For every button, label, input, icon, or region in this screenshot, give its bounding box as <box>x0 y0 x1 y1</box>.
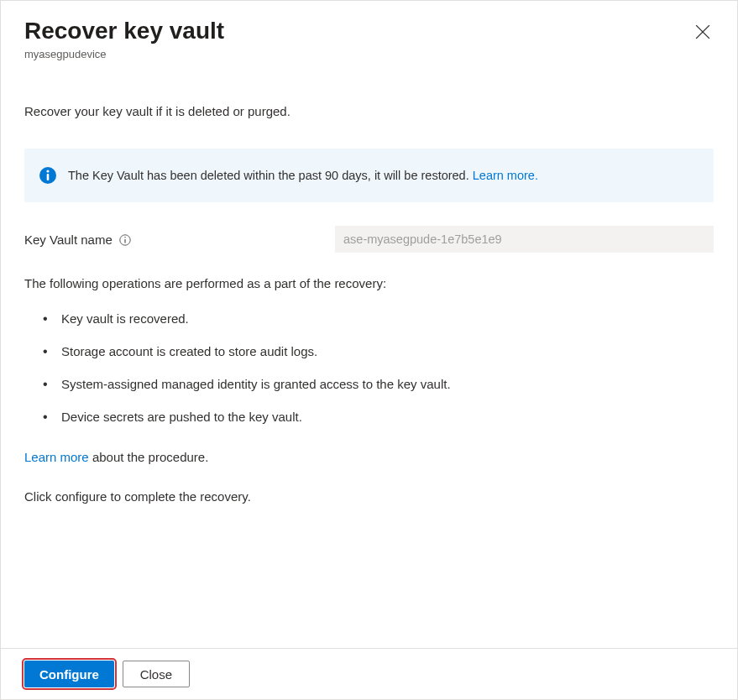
operations-list: Key vault is recovered. Storage account … <box>24 302 714 433</box>
recover-key-vault-panel: Recover key vault myasegpudevice Recover… <box>0 0 738 700</box>
key-vault-name-label: Key Vault name <box>24 232 113 247</box>
svg-point-7 <box>124 237 126 238</box>
panel-content: Recover your key vault if it is deleted … <box>1 71 737 648</box>
key-vault-name-field: Key Vault name <box>24 226 714 253</box>
svg-point-4 <box>46 170 49 173</box>
info-icon <box>39 167 56 184</box>
field-label-wrap: Key Vault name <box>24 232 335 247</box>
svg-rect-3 <box>47 174 50 180</box>
list-item: Key vault is recovered. <box>43 302 714 335</box>
banner-learn-more-link[interactable]: Learn more. <box>473 169 538 182</box>
configure-button[interactable]: Configure <box>24 661 114 687</box>
info-tooltip-icon[interactable] <box>119 232 131 247</box>
intro-text: Recover your key vault if it is deleted … <box>24 104 714 118</box>
key-vault-name-input <box>335 226 714 253</box>
final-instruction: Click configure to complete the recovery… <box>24 489 714 504</box>
list-item: Storage account is created to store audi… <box>43 335 714 368</box>
list-item: System-assigned managed identity is gran… <box>43 368 714 400</box>
close-icon <box>695 29 710 42</box>
procedure-learn-more-link[interactable]: Learn more <box>24 450 89 464</box>
info-banner-text: The Key Vault has been deleted within th… <box>68 169 538 182</box>
panel-header: Recover key vault myasegpudevice <box>1 1 737 71</box>
info-banner: The Key Vault has been deleted within th… <box>24 149 714 202</box>
page-title: Recover key vault <box>24 16 714 46</box>
info-banner-message: The Key Vault has been deleted within th… <box>68 169 473 182</box>
page-subtitle: myasegpudevice <box>24 48 714 60</box>
list-item: Device secrets are pushed to the key vau… <box>43 400 714 433</box>
procedure-text: Learn more about the procedure. <box>24 450 714 464</box>
procedure-rest: about the procedure. <box>89 450 209 464</box>
operations-intro: The following operations are performed a… <box>24 276 714 290</box>
close-button[interactable] <box>692 21 714 45</box>
panel-footer: Configure Close <box>1 648 737 699</box>
close-footer-button[interactable]: Close <box>123 661 190 687</box>
